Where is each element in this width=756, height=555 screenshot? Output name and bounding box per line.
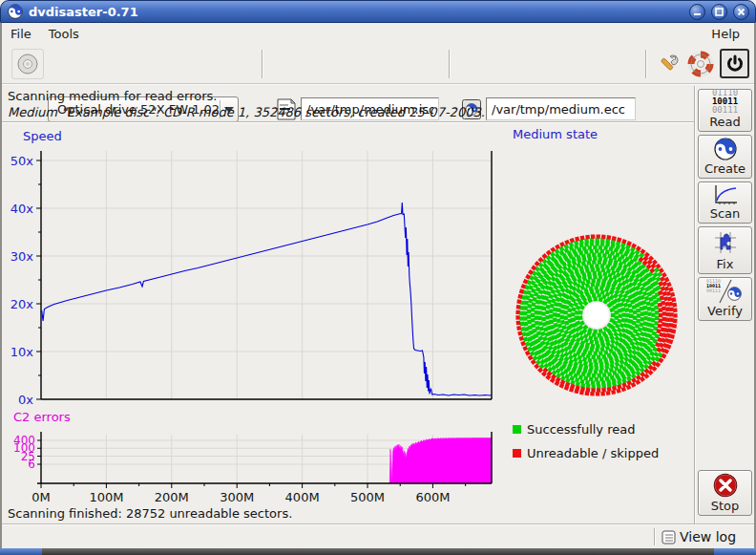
legend-item-read: Successfully read xyxy=(513,420,659,438)
close-icon xyxy=(737,8,746,16)
create-icon xyxy=(714,138,737,160)
status-line-1: Scanning medium for read errors. xyxy=(8,88,485,104)
menu-file[interactable]: File xyxy=(2,25,40,43)
drive-select-button[interactable] xyxy=(11,49,44,79)
status-line-2: Medium "Example disc": CD-R mode 1, 3524… xyxy=(8,104,485,120)
window-title: dvdisaster-0.71 xyxy=(29,5,138,19)
svg-text:20x: 20x xyxy=(10,297,34,311)
stop-icon xyxy=(713,473,738,498)
quit-button[interactable] xyxy=(720,49,749,78)
legend-item-unreadable: Unreadable / skipped xyxy=(513,444,659,461)
create-button[interactable]: Create xyxy=(698,135,752,179)
create-button-label: Create xyxy=(704,161,746,176)
scan-icon xyxy=(713,184,738,205)
minimize-button[interactable] xyxy=(689,4,705,20)
help-button[interactable] xyxy=(685,49,716,79)
svg-text:600M: 600M xyxy=(415,490,450,504)
toolbar: Optical drive 52X FW 1.02 xyxy=(2,44,754,84)
menu-help[interactable]: Help xyxy=(703,25,748,43)
svg-text:200M: 200M xyxy=(155,490,189,504)
status-messages: Scanning medium for read errors. Medium … xyxy=(8,88,485,120)
svg-text:300M: 300M xyxy=(220,490,254,504)
verify-button[interactable]: 011101001100111 Verify xyxy=(698,277,752,321)
legend: Successfully read Unreadable / skipped xyxy=(513,420,659,468)
svg-text:500M: 500M xyxy=(350,490,385,504)
bottom-left-grip xyxy=(0,548,42,555)
svg-text:400: 400 xyxy=(13,434,35,447)
menubar: File Tools Help xyxy=(2,23,754,44)
medium-state-disc xyxy=(508,227,687,407)
stop-button-label: Stop xyxy=(711,499,740,513)
svg-text:100M: 100M xyxy=(89,490,123,504)
red-swatch-icon xyxy=(513,449,521,458)
svg-text:Speed: Speed xyxy=(23,129,62,143)
toolbar-separator xyxy=(645,50,647,78)
legend-label: Unreadable / skipped xyxy=(527,446,659,460)
svg-text:0x: 0x xyxy=(18,393,33,407)
log-icon xyxy=(662,530,676,544)
view-log-label: View log xyxy=(680,529,736,544)
verify-icon-bits: 011101001100111 xyxy=(706,279,721,293)
read-icon: 011101001100111 xyxy=(712,89,738,115)
wrench-icon xyxy=(657,53,680,75)
preferences-button[interactable] xyxy=(655,51,682,77)
svg-text:40x: 40x xyxy=(10,202,34,216)
fix-button[interactable]: Fix xyxy=(698,226,752,274)
svg-text:50x: 50x xyxy=(10,154,34,168)
maximize-icon xyxy=(715,8,724,16)
statusbar: View log xyxy=(2,525,754,548)
medium-state-title: Medium state xyxy=(513,127,598,141)
close-button[interactable] xyxy=(733,4,749,20)
fix-icon xyxy=(713,230,738,255)
green-swatch-icon xyxy=(513,425,521,434)
separator xyxy=(2,121,694,123)
speed-and-c2-charts: 0x10x20x30x40x50xSpeed625100400C2 errors… xyxy=(0,124,503,523)
bottom-right-grip[interactable] xyxy=(714,548,756,555)
menu-tools[interactable]: Tools xyxy=(40,25,88,43)
minimize-icon xyxy=(693,8,702,16)
fix-button-label: Fix xyxy=(717,257,734,271)
app-window: dvdisaster-0.71 File Tools Help xyxy=(0,0,756,555)
svg-text:30x: 30x xyxy=(10,249,34,264)
ecc-path-input[interactable] xyxy=(486,97,636,120)
lifebuoy-icon xyxy=(687,51,714,77)
app-icon xyxy=(8,4,23,19)
window-bottom-border xyxy=(0,548,756,555)
maximize-button[interactable] xyxy=(711,4,727,20)
read-button-label: Read xyxy=(709,115,741,129)
svg-text:C2 errors: C2 errors xyxy=(13,410,71,424)
svg-text:10x: 10x xyxy=(10,345,34,359)
read-button[interactable]: 011101001100111 Read xyxy=(698,89,752,132)
toolbar-separator xyxy=(449,50,451,78)
view-log-button[interactable]: View log xyxy=(656,529,742,544)
scan-result-message: Scanning finished: 28752 unreadable sect… xyxy=(8,506,292,521)
scan-button[interactable]: Scan xyxy=(698,181,752,224)
titlebar: dvdisaster-0.71 xyxy=(0,0,756,23)
svg-text:400M: 400M xyxy=(285,490,320,504)
legend-label: Successfully read xyxy=(527,422,635,437)
power-icon xyxy=(725,54,745,74)
verify-button-label: Verify xyxy=(707,304,743,318)
sidebar-separator xyxy=(694,86,696,523)
disc-drive-icon xyxy=(16,53,39,75)
svg-text:0M: 0M xyxy=(32,490,51,504)
toolbar-separator xyxy=(262,50,263,78)
scan-button-label: Scan xyxy=(710,206,741,221)
stop-button[interactable]: Stop xyxy=(698,470,752,516)
